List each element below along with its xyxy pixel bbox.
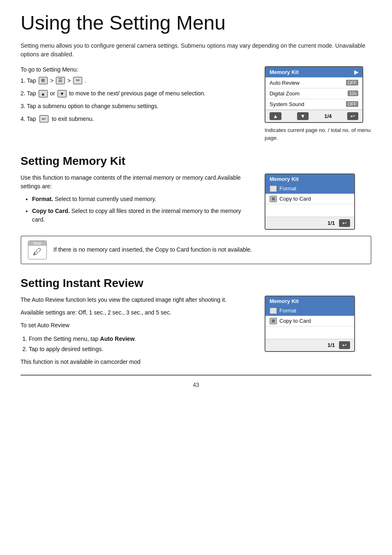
to-set-steps: From the Setting menu, tap Auto Review. … xyxy=(21,334,252,354)
section-instant-review: Setting Instant Review The Auto Review f… xyxy=(21,277,371,370)
bullet-copy-bold: Copy to Card. xyxy=(32,208,70,214)
cam-exit-btn[interactable]: ↩ xyxy=(347,112,358,120)
instant-review-exit-btn[interactable]: ↩ xyxy=(339,341,350,349)
instant-review-cam-row-format: ☐ Format xyxy=(265,306,354,316)
gt2: > xyxy=(67,77,71,84)
format-label: Format xyxy=(279,185,296,192)
instant-review-cam-footer: 1/1 ↩ xyxy=(265,339,354,351)
cam-row-memory-kit: Memory Kit ▶ xyxy=(265,67,362,78)
step1-prefix: 1. Tap xyxy=(21,77,36,84)
cam-caption: Indicates current page no. / total no. o… xyxy=(265,126,371,142)
menu-icon: ☰ xyxy=(56,77,65,84)
instant-review-content: The Auto Review function lets you view t… xyxy=(21,296,371,370)
to-set-step-1: From the Setting menu, tap Auto Review. xyxy=(29,334,252,344)
cam-row-digital-zoom: Digital Zoom 10x xyxy=(265,88,362,99)
instant-review-cam-row-copy: ⊞ Copy to Card xyxy=(265,316,354,326)
steps-col: To go to Setting Menu: 1. Tap ⊞ > ☰ > ✂ … xyxy=(21,66,252,127)
cam-row-system-sound-val: OFF xyxy=(346,101,358,107)
instant-copy-label: Copy to Card xyxy=(279,318,311,324)
gt1: > xyxy=(50,77,53,84)
instant-review-body1: The Auto Review function lets you view t… xyxy=(21,296,252,304)
cam-row-system-sound: System Sound OFF xyxy=(265,99,362,110)
note-text: If there is no memory card inserted, the… xyxy=(53,245,252,254)
cam-row-label: Memory Kit xyxy=(270,69,299,75)
memory-kit-cam-header: Memory Kit xyxy=(265,174,354,184)
note-box: Note 🖊 If there is no memory card insert… xyxy=(21,236,371,264)
step-4: 4. Tap ↩ to exit submenu. xyxy=(21,115,252,123)
cam-row-auto-review-label: Auto Review xyxy=(270,80,300,86)
instant-review-cam-header: Memory Kit xyxy=(265,296,354,306)
scissors-icon: ✂ xyxy=(73,77,82,84)
step-3: 3. Tap a submenu option to change submen… xyxy=(21,102,252,111)
memory-kit-cam-row-copy: ⊞ Copy to Card xyxy=(265,194,354,204)
note-icon: Note 🖊 xyxy=(28,240,47,259)
page-footer: 43 xyxy=(21,375,371,391)
instant-review-page-num: 1/1 xyxy=(327,342,335,348)
intro-text: Setting menu allows you to configure gen… xyxy=(21,42,371,59)
steps-list: 2. Tap ▲ or ▼ to move to the next/ previ… xyxy=(21,89,252,123)
bullet-format: Format. Select to format currently used … xyxy=(32,195,252,204)
to-set-step-2: Tap to apply desired settings. xyxy=(29,344,252,354)
instant-review-heading: Setting Instant Review xyxy=(21,277,371,290)
bullet-format-bold: Format. xyxy=(32,196,53,202)
cam-footer: ▲ ▼ 1/4 ↩ xyxy=(265,110,362,122)
instant-review-body2: Available settings are: Off, 1 sec., 2 s… xyxy=(21,308,252,317)
down-icon: ▼ xyxy=(58,90,67,97)
page-number: 43 xyxy=(193,382,199,388)
cam-row-digital-zoom-val: 10x xyxy=(348,90,358,96)
section-memory-kit: Setting Memory Kit Use this function to … xyxy=(21,155,371,264)
memory-kit-heading: Setting Memory Kit xyxy=(21,155,371,168)
step1-dot: . xyxy=(85,77,86,84)
memory-kit-cam-footer: 1/1 ↩ xyxy=(265,217,354,229)
cam-row-arrow: ▶ xyxy=(354,69,358,75)
cam-up-btn[interactable]: ▲ xyxy=(270,112,281,120)
memory-kit-exit-btn[interactable]: ↩ xyxy=(339,219,350,227)
instant-cam-spacer xyxy=(265,326,354,339)
cam-row-system-sound-label: System Sound xyxy=(270,101,304,107)
cam-ui-col: Memory Kit ▶ Auto Review OFF Digital Zoo… xyxy=(265,66,371,142)
memory-kit-cam: Memory Kit ☐ Format ⊞ Copy to Card 1/1 ↩ xyxy=(265,173,371,230)
page-title: Using the Setting Menu xyxy=(21,12,371,34)
cam-page-num: 1/4 xyxy=(324,113,332,119)
memory-kit-left: Use this function to manage contents of … xyxy=(21,173,252,228)
memory-kit-cam-row-format: ☐ Format xyxy=(265,184,354,194)
step4-prefix: 4. Tap xyxy=(21,115,36,123)
copy-icon: ⊞ xyxy=(270,196,277,202)
cam-row-auto-review: Auto Review OFF xyxy=(265,78,362,88)
cam-spacer xyxy=(265,204,354,217)
camera-menu-box: Memory Kit ▶ Auto Review OFF Digital Zoo… xyxy=(265,66,363,123)
instant-review-left: The Auto Review function lets you view t… xyxy=(21,296,252,370)
cam-row-digital-zoom-label: Digital Zoom xyxy=(270,90,300,97)
copy-label: Copy to Card xyxy=(279,196,311,202)
memory-kit-bullets: Format. Select to format currently used … xyxy=(21,195,252,224)
instant-review-cam: Memory Kit ☐ Format ⊞ Copy to Card 1/1 ↩ xyxy=(265,296,371,352)
up-icon: ▲ xyxy=(39,90,48,97)
instant-format-icon: ☐ xyxy=(270,308,277,314)
memory-kit-body: Use this function to manage contents of … xyxy=(21,173,252,191)
instant-copy-icon: ⊞ xyxy=(270,318,277,324)
to-go-label: To go to Setting Menu: xyxy=(21,66,252,73)
bullet-copy-to-card: Copy to Card. Select to copy all files s… xyxy=(32,207,252,224)
page-content: Using the Setting Menu Setting menu allo… xyxy=(0,0,392,412)
instant-review-body3: This function is not available in camcor… xyxy=(21,358,252,366)
memory-kit-cam-box: Memory Kit ☐ Format ⊞ Copy to Card 1/1 ↩ xyxy=(265,173,355,230)
instant-review-cam-box: Memory Kit ☐ Format ⊞ Copy to Card 1/1 ↩ xyxy=(265,296,355,352)
step4-suffix: to exit submenu. xyxy=(52,115,94,123)
step-2: 2. Tap ▲ or ▼ to move to the next/ previ… xyxy=(21,89,252,98)
memory-kit-page-num: 1/1 xyxy=(327,220,335,226)
to-set-label: To set Auto Review xyxy=(21,321,252,330)
note-icon-body: 🖊 xyxy=(33,247,42,257)
instant-format-label: Format xyxy=(279,308,296,314)
exit-arrow-icon: ↩ xyxy=(39,115,48,123)
auto-review-bold: Auto Review xyxy=(100,335,135,342)
cam-down-btn[interactable]: ▼ xyxy=(297,112,309,120)
note-label-text: Note xyxy=(28,241,46,246)
format-icon: ☐ xyxy=(270,185,277,192)
setting-icon: ⊞ xyxy=(39,77,48,84)
step-1: 1. Tap ⊞ > ☰ > ✂ . xyxy=(21,77,252,84)
memory-kit-content: Use this function to manage contents of … xyxy=(21,173,371,230)
cam-row-auto-review-val: OFF xyxy=(346,80,358,86)
intro-section: To go to Setting Menu: 1. Tap ⊞ > ☰ > ✂ … xyxy=(21,66,371,142)
